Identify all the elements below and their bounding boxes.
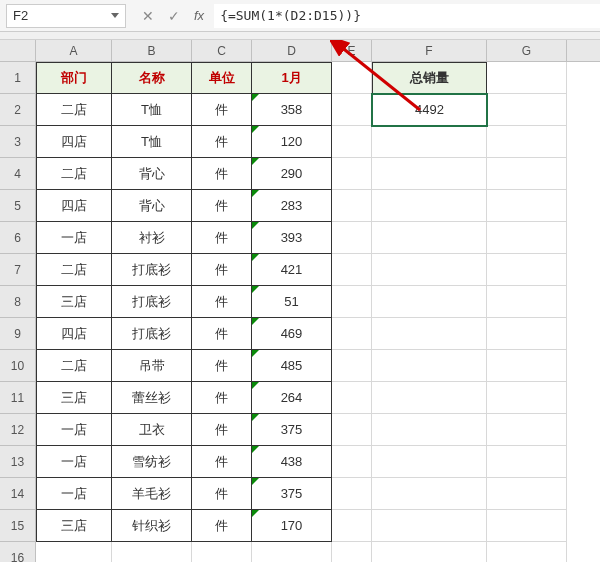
row-header[interactable]: 5 bbox=[0, 190, 36, 222]
row-header[interactable]: 10 bbox=[0, 350, 36, 382]
cell[interactable] bbox=[487, 446, 567, 478]
cell[interactable] bbox=[487, 318, 567, 350]
table-cell[interactable]: 四店 bbox=[36, 126, 112, 158]
table-header[interactable]: 部门 bbox=[36, 62, 112, 94]
cell[interactable] bbox=[372, 254, 487, 286]
column-header[interactable]: B bbox=[112, 40, 192, 61]
table-cell[interactable]: 蕾丝衫 bbox=[112, 382, 192, 414]
row-header[interactable]: 1 bbox=[0, 62, 36, 94]
cell[interactable] bbox=[487, 94, 567, 126]
table-cell[interactable]: 件 bbox=[192, 510, 252, 542]
cell[interactable] bbox=[372, 478, 487, 510]
cell[interactable] bbox=[487, 542, 567, 562]
fx-icon[interactable]: fx bbox=[194, 8, 204, 23]
formula-input[interactable]: {=SUM(1*(D2:D15))} bbox=[214, 4, 600, 28]
table-header[interactable]: 名称 bbox=[112, 62, 192, 94]
cell[interactable] bbox=[332, 222, 372, 254]
row-header[interactable]: 4 bbox=[0, 158, 36, 190]
cell[interactable] bbox=[487, 478, 567, 510]
table-cell[interactable]: 二店 bbox=[36, 350, 112, 382]
table-cell[interactable]: 件 bbox=[192, 254, 252, 286]
table-cell[interactable]: 衬衫 bbox=[112, 222, 192, 254]
row-header[interactable]: 6 bbox=[0, 222, 36, 254]
table-cell[interactable]: 290 bbox=[252, 158, 332, 190]
row-header[interactable]: 12 bbox=[0, 414, 36, 446]
cell[interactable] bbox=[487, 510, 567, 542]
row-header[interactable]: 2 bbox=[0, 94, 36, 126]
table-cell[interactable]: 件 bbox=[192, 446, 252, 478]
cell[interactable] bbox=[372, 414, 487, 446]
cell[interactable] bbox=[192, 542, 252, 562]
cell[interactable] bbox=[332, 286, 372, 318]
table-cell[interactable]: 421 bbox=[252, 254, 332, 286]
table-cell[interactable]: 件 bbox=[192, 190, 252, 222]
table-cell[interactable]: 283 bbox=[252, 190, 332, 222]
cell[interactable] bbox=[332, 350, 372, 382]
cell[interactable] bbox=[332, 190, 372, 222]
table-cell[interactable]: 二店 bbox=[36, 254, 112, 286]
table-cell[interactable]: 264 bbox=[252, 382, 332, 414]
cell[interactable] bbox=[487, 350, 567, 382]
summary-header[interactable]: 总销量 bbox=[372, 62, 487, 94]
table-cell[interactable]: 件 bbox=[192, 350, 252, 382]
cell[interactable] bbox=[372, 190, 487, 222]
cell[interactable] bbox=[332, 414, 372, 446]
table-cell[interactable]: 四店 bbox=[36, 190, 112, 222]
table-cell[interactable]: 件 bbox=[192, 126, 252, 158]
row-header[interactable]: 8 bbox=[0, 286, 36, 318]
table-cell[interactable]: 170 bbox=[252, 510, 332, 542]
cell[interactable] bbox=[487, 414, 567, 446]
table-cell[interactable]: 四店 bbox=[36, 318, 112, 350]
row-header[interactable]: 7 bbox=[0, 254, 36, 286]
table-cell[interactable]: 件 bbox=[192, 222, 252, 254]
table-cell[interactable]: 打底衫 bbox=[112, 286, 192, 318]
cell[interactable] bbox=[332, 62, 372, 94]
cell[interactable] bbox=[332, 382, 372, 414]
row-header[interactable]: 15 bbox=[0, 510, 36, 542]
cell[interactable] bbox=[36, 542, 112, 562]
table-cell[interactable]: 二店 bbox=[36, 94, 112, 126]
table-cell[interactable]: 438 bbox=[252, 446, 332, 478]
table-cell[interactable]: T恤 bbox=[112, 94, 192, 126]
table-cell[interactable]: 二店 bbox=[36, 158, 112, 190]
table-cell[interactable]: 469 bbox=[252, 318, 332, 350]
cell[interactable] bbox=[332, 510, 372, 542]
table-cell[interactable]: 件 bbox=[192, 414, 252, 446]
cell[interactable] bbox=[372, 350, 487, 382]
cell[interactable] bbox=[372, 446, 487, 478]
cell[interactable] bbox=[372, 510, 487, 542]
cell[interactable] bbox=[487, 382, 567, 414]
column-header[interactable]: G bbox=[487, 40, 567, 61]
cell[interactable] bbox=[487, 286, 567, 318]
table-cell[interactable]: 51 bbox=[252, 286, 332, 318]
column-header[interactable]: A bbox=[36, 40, 112, 61]
cell[interactable] bbox=[332, 542, 372, 562]
name-box[interactable]: F2 bbox=[6, 4, 126, 28]
column-header[interactable]: C bbox=[192, 40, 252, 61]
table-cell[interactable]: 375 bbox=[252, 478, 332, 510]
cell[interactable] bbox=[372, 158, 487, 190]
column-header[interactable]: E bbox=[332, 40, 372, 61]
cell[interactable] bbox=[332, 254, 372, 286]
table-cell[interactable]: 件 bbox=[192, 478, 252, 510]
table-cell[interactable]: 三店 bbox=[36, 286, 112, 318]
table-cell[interactable]: 针织衫 bbox=[112, 510, 192, 542]
cell[interactable] bbox=[487, 222, 567, 254]
row-header[interactable]: 3 bbox=[0, 126, 36, 158]
cell[interactable] bbox=[372, 126, 487, 158]
cell[interactable] bbox=[487, 62, 567, 94]
row-header[interactable]: 9 bbox=[0, 318, 36, 350]
cell[interactable] bbox=[487, 254, 567, 286]
table-cell[interactable]: 雪纺衫 bbox=[112, 446, 192, 478]
cell[interactable] bbox=[252, 542, 332, 562]
cell[interactable] bbox=[112, 542, 192, 562]
chevron-down-icon[interactable] bbox=[111, 13, 119, 18]
cell[interactable] bbox=[372, 382, 487, 414]
table-cell[interactable]: 背心 bbox=[112, 190, 192, 222]
table-cell[interactable]: T恤 bbox=[112, 126, 192, 158]
cell[interactable] bbox=[372, 542, 487, 562]
table-cell[interactable]: 羊毛衫 bbox=[112, 478, 192, 510]
select-all-corner[interactable] bbox=[0, 40, 36, 62]
table-cell[interactable]: 一店 bbox=[36, 222, 112, 254]
cell[interactable] bbox=[487, 190, 567, 222]
